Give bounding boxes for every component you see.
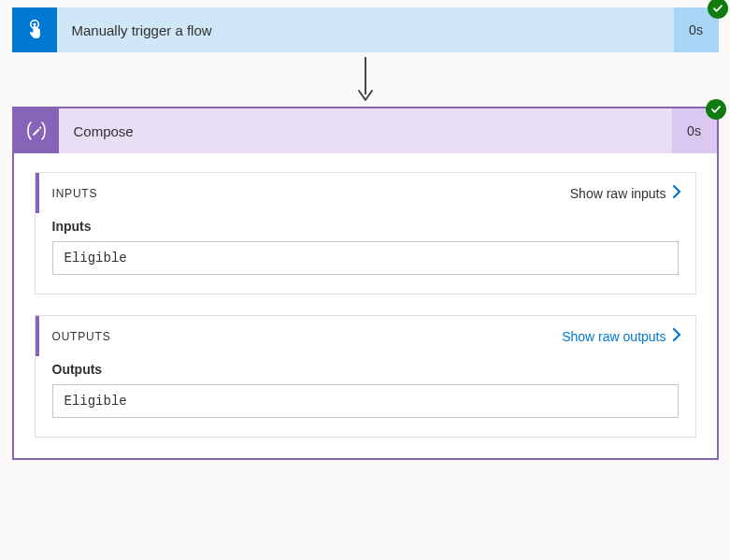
inputs-section: INPUTS Show raw inputs Inputs Eligible [35,172,696,294]
trigger-title: Manually trigger a flow [57,7,674,52]
inputs-field-label: Inputs [52,219,679,234]
show-raw-inputs-label: Show raw inputs [570,186,666,201]
outputs-field-value[interactable]: Eligible [52,384,679,418]
chevron-right-icon [672,184,682,202]
trigger-header[interactable]: Manually trigger a flow 0s [12,7,719,52]
compose-icon [14,108,59,153]
show-raw-outputs-button[interactable]: Show raw outputs [562,327,681,345]
connector-arrow-icon [12,52,719,107]
svg-point-1 [33,22,36,25]
show-raw-inputs-button[interactable]: Show raw inputs [570,184,682,202]
inputs-field-value[interactable]: Eligible [52,241,679,275]
success-badge-icon [708,0,728,19]
inputs-section-head: INPUTS Show raw inputs [36,173,695,213]
outputs-section-label: OUTPUTS [52,330,111,343]
touch-icon [12,7,57,52]
chevron-right-icon [672,327,682,345]
outputs-content: Outputs Eligible [36,356,695,437]
inputs-section-label: INPUTS [52,187,98,200]
show-raw-outputs-label: Show raw outputs [562,329,666,344]
outputs-field-label: Outputs [52,362,679,377]
success-badge-icon [706,99,726,120]
outputs-section: OUTPUTS Show raw outputs Outputs Eligibl… [35,315,696,438]
inputs-content: Inputs Eligible [36,213,695,294]
trigger-card[interactable]: Manually trigger a flow 0s [12,7,719,52]
compose-card: Compose 0s INPUTS Show raw inputs Inputs… [12,107,719,460]
compose-header[interactable]: Compose 0s [14,108,717,153]
outputs-section-head: OUTPUTS Show raw outputs [36,316,695,356]
compose-title: Compose [59,108,672,153]
compose-body: INPUTS Show raw inputs Inputs Eligible O… [14,153,717,458]
